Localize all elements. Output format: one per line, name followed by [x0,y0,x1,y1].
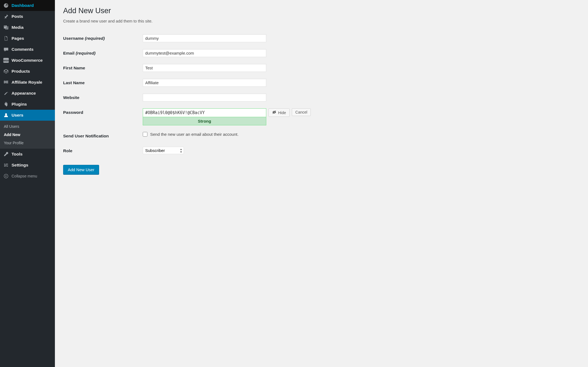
website-field[interactable] [143,94,266,101]
media-icon [3,25,9,30]
email-field[interactable] [143,49,266,57]
sidebar-item-users[interactable]: Users [0,110,55,121]
field-label-password: Password [63,105,140,129]
sidebar-item-label: Dashboard [12,3,34,8]
sidebar-sub-all-users[interactable]: All Users [0,122,55,131]
add-new-user-button[interactable]: Add New User [63,165,99,174]
sidebar-item-woocommerce[interactable]: woo WooCommerce [0,55,55,66]
sidebar-item-label: Plugins [12,102,27,107]
dashboard-icon [3,3,9,8]
sidebar-item-label: Pages [12,36,24,41]
sidebar-item-pages[interactable]: Pages [0,33,55,44]
sidebar-item-label: Settings [12,163,28,168]
sidebar-sub-add-new[interactable]: Add New [0,131,55,139]
sidebar-item-label: Users [12,113,23,118]
send-notification-row[interactable]: Send the new user an email about their a… [143,132,311,137]
role-dropdown[interactable]: Subscriber [143,147,184,154]
field-label-role: Role [63,143,140,158]
field-label-username: Username (required) [63,31,140,46]
products-icon [3,69,9,74]
sidebar-item-dashboard[interactable]: Dashboard [0,0,55,11]
hide-password-button[interactable]: Hide [268,108,290,117]
sidebar-item-label: Affiliate Royale [12,80,42,85]
sidebar-item-label: Tools [12,152,23,157]
appearance-icon [3,91,9,96]
sidebar-item-plugins[interactable]: Plugins [0,99,55,110]
password-strength-indicator: Strong [143,117,266,125]
send-notification-label: Send the new user an email about their a… [150,132,239,137]
sidebar-item-label: Media [12,25,24,30]
pin-icon [3,14,9,19]
sidebar-submenu-users: All Users Add New Your Profile [0,121,55,149]
username-field[interactable] [143,34,266,42]
collapse-menu-button[interactable]: Collapse menu [0,171,55,182]
sidebar-item-appearance[interactable]: Appearance [0,88,55,99]
sidebar-item-label: Comments [12,47,33,52]
settings-icon [3,162,9,168]
pages-icon [3,36,9,41]
cancel-password-button[interactable]: Cancel [292,108,311,116]
password-field[interactable] [143,108,266,117]
main-content: Add New User Create a brand new user and… [55,0,588,367]
tools-icon [3,151,9,157]
sidebar-item-label: Appearance [12,91,36,96]
sidebar-item-label: Posts [12,14,23,19]
plugins-icon [3,101,9,107]
affiliate-icon [3,80,9,85]
sidebar-item-posts[interactable]: Posts [0,11,55,22]
sidebar-item-media[interactable]: Media [0,22,55,33]
first-name-field[interactable] [143,64,266,72]
users-icon [3,112,9,118]
field-label-last-name: Last Name [63,75,140,90]
sidebar-sub-your-profile[interactable]: Your Profile [0,139,55,147]
collapse-menu-label: Collapse menu [12,174,37,178]
field-label-website: Website [63,90,140,105]
woocommerce-icon: woo [3,58,9,63]
page-title: Add New User [63,7,580,15]
sidebar-item-products[interactable]: Products [0,66,55,77]
sidebar-item-tools[interactable]: Tools [0,149,55,160]
send-notification-checkbox[interactable] [143,132,147,137]
field-label-send-notification: Send User Notification [63,129,140,143]
sidebar-item-label: WooCommerce [12,58,43,63]
field-label-first-name: First Name [63,61,140,75]
field-label-email: Email (required) [63,46,140,61]
sidebar-item-affiliate-royale[interactable]: Affiliate Royale [0,77,55,88]
sidebar-item-label: Products [12,69,30,74]
comment-icon [3,47,9,52]
sidebar-item-settings[interactable]: Settings [0,160,55,171]
page-description: Create a brand new user and add them to … [63,19,580,23]
last-name-field[interactable] [143,79,266,87]
sidebar-item-comments[interactable]: Comments [0,44,55,55]
eye-off-icon [272,110,276,115]
user-form-table: Username (required) Email (required) Fir… [63,31,313,158]
admin-sidebar: Dashboard Posts Media Pages Comments woo… [0,0,55,367]
collapse-icon [3,173,9,179]
